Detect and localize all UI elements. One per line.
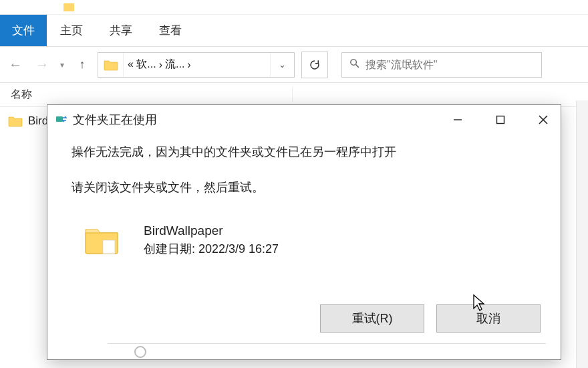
maximize-button[interactable] [490, 109, 511, 130]
nav-back-button[interactable]: ← [7, 56, 24, 74]
dialog-file-info: BirdWallpaper 创建日期: 2022/3/9 16:27 [78, 213, 537, 267]
search-icon [349, 58, 360, 72]
chevron-down-icon [134, 346, 146, 358]
breadcrumb-sep: › [187, 59, 190, 71]
svg-point-0 [351, 59, 357, 65]
dialog-title: 文件夹正在使用 [73, 112, 447, 128]
dialog-button-row: 重试(R) 取消 [320, 304, 541, 333]
ribbon-tabs: 文件 主页 共享 查看 [0, 15, 588, 47]
dialog-message-2: 请关闭该文件夹或文件，然后重试。 [71, 178, 537, 197]
dialog-expand-row[interactable] [108, 343, 546, 359]
refresh-icon [309, 59, 321, 71]
ribbon-tab-home[interactable]: 主页 [47, 15, 96, 46]
ribbon-tab-file[interactable]: 文件 [0, 15, 47, 46]
dialog-titlebar: 文件夹正在使用 [47, 105, 561, 134]
nav-row: ← → ▾ ↑ « 软... › 流... › ⌄ [0, 47, 588, 83]
svg-rect-7 [103, 240, 115, 254]
column-header-name[interactable]: 名称 [5, 88, 293, 102]
column-header-row: 名称 [0, 83, 588, 107]
dialog-body: 操作无法完成，因为其中的文件夹或文件已在另一程序中打开 请关闭该文件夹或文件，然… [47, 134, 561, 267]
close-button[interactable] [533, 109, 554, 130]
folder-in-use-dialog: 文件夹正在使用 操作无法完成，因为其中的文件夹或文件已在另一程序中打开 请关闭该… [47, 104, 561, 360]
breadcrumb[interactable]: « 软... › 流... › [124, 58, 270, 72]
breadcrumb-part[interactable]: 流... [165, 58, 184, 72]
breadcrumb-sep: › [159, 59, 162, 71]
dialog-item-created: 创建日期: 2022/3/9 16:27 [144, 241, 279, 257]
svg-rect-2 [56, 116, 63, 122]
dialog-message-1: 操作无法完成，因为其中的文件夹或文件已在另一程序中打开 [71, 143, 537, 162]
minimize-button[interactable] [447, 109, 468, 130]
ribbon-tab-view[interactable]: 查看 [146, 15, 195, 46]
folder-icon [8, 115, 23, 127]
scrollbar-gutter[interactable] [576, 100, 588, 368]
address-folder-icon [98, 53, 124, 77]
window-titlebar [0, 0, 588, 15]
cancel-button[interactable]: 取消 [436, 304, 541, 333]
nav-up-button[interactable]: ↑ [74, 56, 91, 74]
folder-large-icon [78, 213, 125, 267]
refresh-button[interactable] [301, 52, 328, 78]
dialog-title-icon [54, 113, 67, 126]
svg-line-1 [356, 64, 359, 67]
search-box[interactable] [341, 52, 542, 78]
ribbon-tab-share[interactable]: 共享 [96, 15, 146, 46]
file-name: Bird [28, 114, 48, 128]
search-input[interactable] [365, 59, 535, 71]
nav-forward-button[interactable]: → [33, 56, 51, 74]
svg-rect-4 [497, 116, 504, 124]
address-bar[interactable]: « 软... › 流... › ⌄ [98, 52, 295, 78]
nav-history-dropdown[interactable]: ▾ [60, 60, 64, 70]
breadcrumb-part[interactable]: « 软... [128, 58, 156, 72]
quick-access-icon [63, 3, 74, 11]
retry-button[interactable]: 重试(R) [320, 304, 424, 333]
address-dropdown-button[interactable]: ⌄ [270, 53, 294, 77]
dialog-item-name: BirdWallpaper [144, 223, 279, 238]
